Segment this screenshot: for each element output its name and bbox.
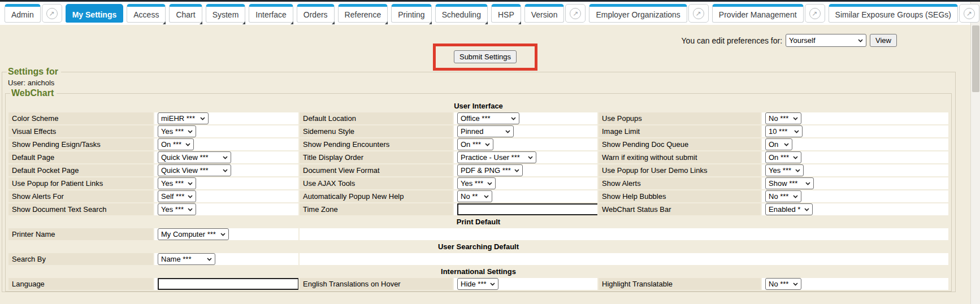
tab-my-settings[interactable]: My Settings [66,4,124,23]
use-popups-select[interactable]: No *** [765,112,801,124]
chevron-down-icon [784,143,789,146]
section-header-user-interface: User Interface [8,101,948,111]
tab-admin[interactable]: Admin [5,4,41,23]
chevron-down-icon [793,156,798,159]
tab-access[interactable]: Access [127,4,166,23]
language-input[interactable] [158,278,298,290]
menu-arrow-icon [518,21,521,24]
setting-value-cell: Quick View *** [154,151,298,163]
visual-effects-select[interactable]: Yes *** [158,125,196,137]
tab-label: Orders [303,10,328,19]
setting-value-cell: Quick View *** [154,164,298,176]
select-value: My Computer *** [161,230,216,238]
popout-button-provider-management[interactable]: ↗ [805,4,825,23]
user-line: User: anichols [8,79,955,87]
chevron-down-icon [188,195,193,198]
settings-for-legend: Settings for [7,67,61,77]
webchart-status-bar-select[interactable]: Enabled * [765,203,813,215]
setting-value-cell: Office *** [454,112,597,124]
title-display-order-select[interactable]: Practice - User *** [457,151,536,163]
setting-value-cell: No *** [762,278,948,290]
chevron-down-icon [511,117,516,120]
select-value: Self *** [161,192,184,201]
setting-value-cell: No *** [762,190,948,202]
select-value: On [769,140,778,149]
setting-label: Use Popup for User Demo Links [599,164,761,176]
chevron-down-icon [188,182,193,185]
tab-label: Version [531,10,558,19]
color-scheme-select[interactable]: miEHR *** [158,112,209,124]
popout-button-similar-exposure-groups-segs[interactable]: ↗ [959,4,979,23]
tab-chart[interactable]: Chart [169,4,202,23]
edit-preferences-select[interactable]: Yourself [786,34,866,47]
show-document-text-search-select[interactable]: Yes *** [158,203,196,215]
tab-provider-management[interactable]: Provider Management [712,4,804,23]
select-value: Show *** [769,179,797,188]
select-value: No *** [769,114,788,123]
show-help-bubbles-select[interactable]: No *** [765,190,801,202]
tab-scheduling[interactable]: Scheduling [435,4,488,23]
tab-system[interactable]: System [206,4,246,23]
show-alerts-for-select[interactable]: Self *** [158,190,196,202]
use-ajax-tools-select[interactable]: Yes *** [457,177,496,189]
tab-reference[interactable]: Reference [338,4,388,23]
use-popup-for-patient-links-select[interactable]: Yes *** [158,177,196,189]
tab-similar-exposure-groups-segs[interactable]: Similar Exposure Groups (SEGs) [829,4,958,23]
setting-value-cell: Name *** [154,253,298,265]
time-zone-input[interactable] [457,203,597,215]
popout-arrow-icon: ↗ [809,8,821,19]
select-value: Yes *** [161,127,184,136]
sidemenu-style-select[interactable]: Pinned [457,125,514,137]
search-by-select[interactable]: Name *** [158,253,215,265]
setting-label: Show Pending Encounters [300,138,453,150]
popout-button-employer-organizations[interactable]: ↗ [688,4,709,23]
setting-label: Default Pocket Page [8,164,153,176]
setting-value-cell [454,203,597,215]
tab-version[interactable]: Version [524,4,565,23]
select-value: No *** [769,280,788,288]
tab-employer-organizations[interactable]: Employer Organizations [589,4,687,23]
tab-interface[interactable]: Interface [249,4,293,23]
select-value: Office *** [461,114,491,123]
use-popup-for-user-demo-links-select[interactable]: Yes *** [765,164,804,176]
popout-button-version[interactable]: ↗ [565,4,586,23]
english-translations-on-hover-select[interactable]: Hide *** [457,278,498,290]
popout-button-admin[interactable]: ↗ [42,4,62,23]
automatically-popup-new-help-select[interactable]: No ** [457,190,492,202]
edit-preferences-label: You can edit preferences for: [682,36,783,45]
submit-settings-button[interactable]: Submit Settings [454,50,517,63]
tab-label: Chart [176,10,195,19]
scrollbar-thumb[interactable] [972,25,979,92]
menu-arrow-icon [200,21,202,24]
document-view-format-select[interactable]: PDF & PNG *** [457,164,523,176]
setting-label: Sidemenu Style [300,125,453,137]
show-pending-doc-queue-select[interactable]: On [765,138,792,150]
tab-label: Similar Exposure Groups (SEGs) [835,10,951,19]
highlight-translatable-select[interactable]: No *** [765,278,801,290]
default-pocket-page-select[interactable]: Quick View *** [158,164,231,176]
view-button[interactable]: View [870,34,897,47]
tab-orders[interactable]: Orders [297,4,335,23]
menu-arrow-icon [163,21,166,24]
image-limit-select[interactable]: 10 *** [765,125,803,137]
show-alerts-select[interactable]: Show *** [765,177,814,189]
chevron-down-icon [858,39,863,42]
popout-arrow-icon: ↗ [964,8,975,19]
tab-printing[interactable]: Printing [391,4,431,23]
warn-if-exiting-without-submit-select[interactable]: On *** [765,151,801,163]
printer-name-select[interactable]: My Computer *** [158,228,229,240]
menu-arrow-icon [385,21,388,24]
default-location-select[interactable]: Office *** [457,112,519,124]
chevron-down-icon [185,143,190,146]
default-page-select[interactable]: Quick View *** [158,151,231,163]
select-value: Pinned [461,127,483,136]
setting-label: Use Popup for Patient Links [8,177,153,189]
setting-label: Default Page [8,151,153,163]
setting-value-cell: Yes *** [154,177,298,189]
show-pending-esign-tasks-select[interactable]: On *** [158,138,194,150]
show-pending-encounters-select[interactable]: On *** [457,138,493,150]
select-value: On *** [769,153,789,162]
tab-label: Employer Organizations [596,10,680,19]
scrollbar[interactable] [970,2,980,304]
tab-hsp[interactable]: HSP [491,4,521,23]
